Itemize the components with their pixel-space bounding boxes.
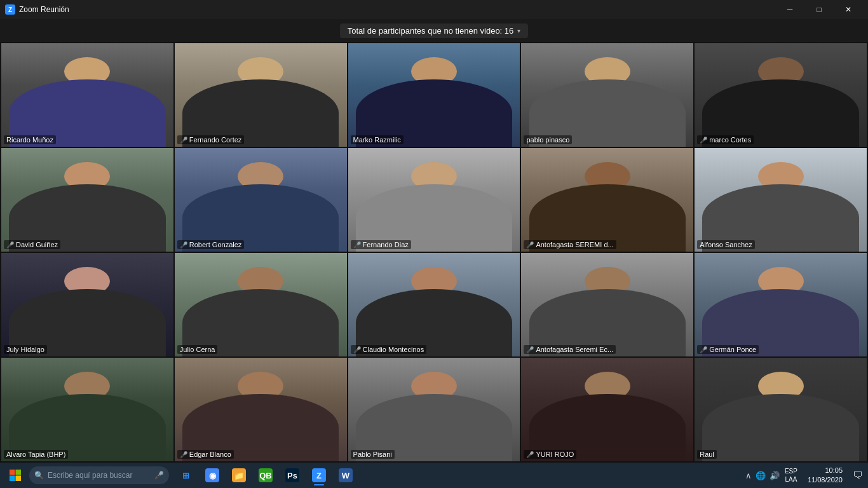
participant-name-text-p1: Ricardo Muñoz	[6, 136, 53, 144]
participant-video-p16	[1, 358, 173, 461]
video-cell-p13[interactable]: 🎤Claudio Montecinos	[348, 253, 520, 356]
video-cell-p19[interactable]: 🎤YURI ROJO	[521, 358, 693, 461]
participant-name-p3: Marko Razmilic	[351, 135, 403, 144]
system-tray: ∧ 🌐 🔊	[745, 471, 780, 480]
participant-video-p6	[1, 148, 173, 252]
language-code: ESP	[785, 467, 797, 475]
quickbooks-icon: QB	[259, 468, 273, 482]
participant-name-p20: Raul	[697, 450, 717, 459]
video-cell-p11[interactable]: July Hidalgo	[1, 253, 173, 356]
participant-video-p5	[695, 43, 867, 147]
participant-video-p7	[175, 148, 347, 252]
participant-name-text-p3: Marko Razmilic	[353, 136, 401, 144]
mic-off-icon: 🎤	[526, 346, 534, 353]
minimize-button[interactable]: ─	[775, 0, 804, 19]
language-region: LAA	[785, 475, 797, 484]
participant-name-p2: 🎤Fernando Cortez	[177, 135, 245, 144]
taskbar-apps: ⊞◉📁QBPsZW	[173, 464, 358, 487]
participant-name-p13: 🎤Claudio Montecinos	[351, 345, 427, 354]
mic-off-icon: 🎤	[180, 241, 187, 248]
video-cell-p2[interactable]: 🎤Fernando Cortez	[175, 43, 347, 147]
taskbar-clock: 10:05 11/08/2020	[803, 466, 848, 485]
tray-up-arrow-icon[interactable]: ∧	[745, 471, 752, 480]
participant-name-p16: Alvaro Tapia (BHP)	[4, 450, 68, 459]
video-cell-p5[interactable]: 🎤marco Cortes	[695, 43, 867, 147]
video-cell-p17[interactable]: 🎤Edgar Blanco	[175, 358, 347, 461]
video-cell-p8[interactable]: 🎤Fernando Diaz	[348, 148, 520, 252]
mic-off-icon: 🎤	[353, 346, 361, 353]
taskbar-app-zoom[interactable]: Z	[306, 464, 332, 487]
participant-name-p18: Pablo Pisani	[351, 450, 395, 459]
title-bar-left: Z Zoom Reunión	[5, 4, 69, 15]
mic-off-icon: 🎤	[526, 451, 534, 458]
language-indicator: ESP LAA	[782, 467, 800, 484]
taskbar-app-task-view[interactable]: ⊞	[173, 464, 198, 487]
taskbar-app-word[interactable]: W	[333, 464, 358, 487]
participants-count-banner[interactable]: Total de participantes que no tienen vid…	[340, 24, 529, 38]
mic-off-icon: 🎤	[6, 241, 14, 248]
search-icon: 🔍	[34, 471, 44, 480]
notification-icon[interactable]: 🗨	[850, 470, 865, 481]
participant-video-p13	[348, 253, 520, 356]
participant-video-p8	[348, 148, 520, 252]
clock-time: 10:05	[808, 466, 843, 475]
search-placeholder-text: Escribe aquí para buscar	[48, 471, 132, 480]
close-button[interactable]: ✕	[834, 0, 863, 19]
mic-off-icon: 🎤	[700, 137, 707, 144]
clock-date: 11/08/2020	[808, 475, 843, 485]
taskbar-search-bar[interactable]: 🔍 Escribe aquí para buscar 🎤	[29, 466, 169, 484]
taskbar-app-chrome[interactable]: ◉	[200, 464, 225, 487]
taskbar: 🔍 Escribe aquí para buscar 🎤 ⊞◉📁QBPsZW ∧…	[0, 463, 868, 488]
participant-name-p15: 🎤Germán Ponce	[697, 345, 759, 354]
participant-name-text-p15: Germán Ponce	[709, 346, 756, 353]
mic-off-icon: 🎤	[700, 346, 707, 353]
video-cell-p3[interactable]: Marko Razmilic	[348, 43, 520, 147]
photoshop-icon: Ps	[285, 468, 299, 482]
network-icon[interactable]: 🌐	[756, 471, 766, 480]
video-cell-p1[interactable]: Ricardo Muñoz	[1, 43, 173, 147]
word-icon: W	[339, 468, 353, 482]
svg-rect-1	[16, 470, 22, 475]
video-cell-p6[interactable]: 🎤David Guiñez	[1, 148, 173, 252]
taskbar-app-photoshop[interactable]: Ps	[280, 464, 305, 487]
zoom-icon: Z	[312, 468, 326, 482]
video-cell-p9[interactable]: 🎤Antofagasta SEREMI d...	[521, 148, 693, 252]
chrome-icon: ◉	[205, 468, 219, 482]
participant-video-p10	[695, 148, 867, 252]
video-cell-p4[interactable]: pablo pinasco	[521, 43, 693, 147]
maximize-button[interactable]: □	[804, 0, 834, 19]
mic-off-icon: 🎤	[353, 241, 361, 248]
participant-name-text-p8: Fernando Diaz	[363, 241, 409, 248]
svg-rect-0	[10, 470, 15, 475]
svg-rect-3	[16, 476, 22, 482]
participant-name-p17: 🎤Edgar Blanco	[177, 450, 234, 459]
taskbar-right: ∧ 🌐 🔊 ESP LAA 10:05 11/08/2020 🗨	[745, 466, 865, 485]
start-button[interactable]	[3, 464, 28, 487]
video-cell-p15[interactable]: 🎤Germán Ponce	[695, 253, 867, 356]
participant-name-text-p10: Alfonso Sanchez	[700, 241, 752, 248]
participant-name-p19: 🎤YURI ROJO	[524, 450, 576, 459]
participant-video-p3	[348, 43, 520, 147]
participant-name-text-p2: Fernando Cortez	[189, 136, 242, 144]
taskbar-app-quickbooks[interactable]: QB	[253, 464, 278, 487]
mic-off-icon: 🎤	[180, 137, 187, 144]
participant-video-p11	[1, 253, 173, 356]
participant-name-text-p16: Alvaro Tapia (BHP)	[6, 451, 65, 458]
chevron-down-icon: ▾	[517, 27, 520, 34]
participant-name-text-p12: Julio Cerna	[180, 346, 215, 353]
video-cell-p18[interactable]: Pablo Pisani	[348, 358, 520, 461]
video-cell-p20[interactable]: Raul	[695, 358, 867, 461]
taskbar-app-folder[interactable]: 📁	[226, 464, 252, 487]
video-cell-p7[interactable]: 🎤Robert Gonzalez	[175, 148, 347, 252]
video-cell-p16[interactable]: Alvaro Tapia (BHP)	[1, 358, 173, 461]
participant-name-text-p14: Antofagasta Seremi Ec...	[536, 346, 613, 353]
video-cell-p10[interactable]: Alfonso Sanchez	[695, 148, 867, 252]
participant-video-p4	[521, 43, 693, 147]
title-bar-title: Zoom Reunión	[19, 5, 69, 14]
participant-name-p5: 🎤marco Cortes	[697, 135, 754, 144]
participant-name-text-p18: Pablo Pisani	[353, 451, 392, 458]
volume-icon[interactable]: 🔊	[770, 471, 780, 480]
video-cell-p14[interactable]: 🎤Antofagasta Seremi Ec...	[521, 253, 693, 356]
video-cell-p12[interactable]: Julio Cerna	[175, 253, 347, 356]
microphone-icon: 🎤	[154, 471, 164, 480]
